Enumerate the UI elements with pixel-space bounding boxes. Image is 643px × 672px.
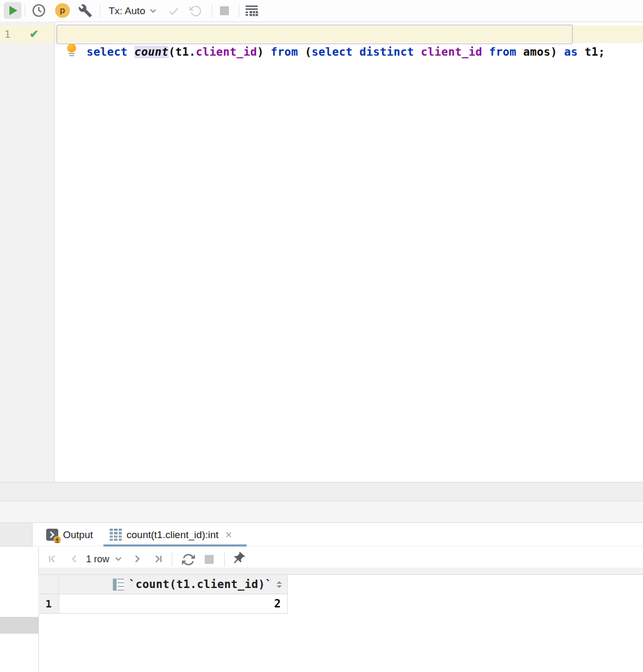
- sql-token[interactable]: from: [271, 46, 298, 58]
- commit-button[interactable]: [167, 5, 180, 17]
- editor-gutter: [0, 22, 54, 482]
- page-size-label: 1 row: [86, 554, 109, 564]
- main-toolbar: [0, 0, 643, 22]
- sql-token[interactable]: (t1.: [168, 46, 196, 58]
- row-number[interactable]: 1: [38, 594, 59, 614]
- run-button[interactable]: [4, 2, 22, 19]
- wrench-icon: [78, 4, 92, 18]
- sql-token[interactable]: as: [564, 46, 578, 58]
- table-icon: [110, 529, 122, 541]
- pin-tab-button[interactable]: [231, 551, 246, 566]
- tab-output[interactable]: Output: [46, 523, 93, 547]
- next-page-button[interactable]: [131, 553, 143, 565]
- first-page-icon: [46, 553, 58, 565]
- chevron-down-icon: [115, 556, 122, 561]
- line-number: 1: [4, 25, 10, 43]
- left-scrollbar-thumb[interactable]: [0, 617, 38, 634]
- sql-token[interactable]: [353, 46, 360, 58]
- splitter-band[interactable]: [0, 501, 643, 522]
- commit-check-icon: [167, 5, 180, 17]
- tab-output-label: Output: [63, 529, 93, 541]
- statement-executed-check-icon: ✔: [29, 25, 39, 43]
- first-page-button[interactable]: [46, 553, 58, 565]
- rollback-button[interactable]: [189, 5, 202, 17]
- refresh-icon: [181, 552, 196, 567]
- console-output-icon: [46, 529, 58, 541]
- gutter-divider: [54, 22, 55, 482]
- close-icon[interactable]: ×: [225, 529, 232, 541]
- output-download-badge-icon: [54, 536, 61, 543]
- chevron-left-icon: [68, 553, 80, 565]
- grid-top-strip: [39, 568, 643, 575]
- active-tab-underline: [103, 544, 247, 547]
- sql-editor-line[interactable]: select count(t1.client_id) from (select …: [59, 25, 605, 43]
- sql-semicolon[interactable]: ;: [598, 46, 605, 58]
- intention-bulb-base: [69, 55, 74, 56]
- chevron-right-icon: [131, 553, 143, 565]
- intention-bulb-icon[interactable]: [67, 44, 76, 52]
- clock-icon: [31, 3, 46, 18]
- tab-result[interactable]: count(t1.client_id):int ×: [110, 523, 232, 547]
- chevron-down-icon: [150, 8, 156, 13]
- grid-cell-value[interactable]: 2: [59, 594, 288, 614]
- sort-icon[interactable]: [277, 581, 282, 588]
- stop-button[interactable]: [220, 6, 229, 15]
- page-size-chevron[interactable]: [115, 556, 122, 561]
- sql-token[interactable]: amos): [516, 46, 564, 58]
- toolbar-separator: [212, 4, 212, 17]
- intention-bulb-base: [69, 53, 75, 54]
- sql-token[interactable]: count: [134, 46, 168, 58]
- pin-icon: [231, 551, 246, 566]
- sql-token[interactable]: distinct: [360, 46, 414, 58]
- column-header-label: `count(t1.client_id)`: [129, 578, 272, 591]
- tab-result-label: count(t1.client_id):int: [127, 529, 218, 541]
- in-editor-results-icon: [245, 4, 259, 17]
- rollback-icon: [189, 5, 202, 17]
- sql-statement-tokens[interactable]: select count(t1.client_id) from (select …: [87, 46, 598, 58]
- sql-token[interactable]: [414, 46, 421, 58]
- tx-mode-label: Tx: Auto: [109, 5, 145, 17]
- session-badge-letter: p: [60, 5, 65, 16]
- last-page-icon: [152, 553, 164, 565]
- sql-token[interactable]: t1: [578, 46, 598, 58]
- sql-token[interactable]: select: [312, 46, 353, 58]
- sql-token[interactable]: (: [298, 46, 312, 58]
- session-badge[interactable]: p: [55, 3, 70, 18]
- sql-token[interactable]: client_id: [196, 46, 257, 58]
- tx-mode-dropdown[interactable]: Tx: Auto: [109, 0, 156, 22]
- splitter-band[interactable]: [0, 482, 643, 501]
- refresh-button[interactable]: [181, 552, 196, 567]
- column-table-icon: [113, 579, 124, 591]
- settings-button[interactable]: [78, 4, 92, 18]
- sql-console-window: p Tx: Auto: [0, 0, 643, 672]
- sql-token[interactable]: ): [257, 46, 271, 58]
- stop-query-button[interactable]: [205, 555, 214, 564]
- toolbar-separator: [172, 552, 172, 566]
- toolbar-separator: [239, 4, 239, 17]
- sql-token[interactable]: from: [489, 46, 516, 58]
- toolbar-separator: [25, 4, 25, 17]
- toolbar-separator: [100, 4, 100, 17]
- play-icon: [9, 6, 17, 15]
- last-page-button[interactable]: [152, 553, 164, 565]
- tabbar-left-block: [0, 523, 33, 547]
- grid-column-header[interactable]: `count(t1.client_id)`: [59, 575, 288, 594]
- sql-token[interactable]: client_id: [421, 46, 482, 58]
- previous-page-button[interactable]: [68, 553, 80, 565]
- divider: [0, 522, 643, 523]
- toolbar-separator: [224, 552, 225, 566]
- execution-history-button[interactable]: [31, 3, 46, 18]
- sql-token[interactable]: select: [87, 46, 134, 58]
- page-size-dropdown[interactable]: 1 row: [86, 552, 109, 566]
- output-mode-button[interactable]: [245, 4, 259, 17]
- grid-corner-cell: [38, 575, 59, 594]
- sql-token[interactable]: [482, 46, 489, 58]
